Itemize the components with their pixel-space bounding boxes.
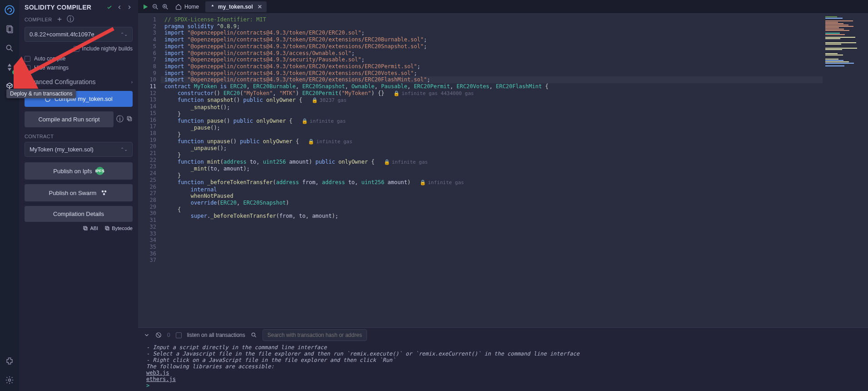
publish-swarm-label: Publish on Swarm bbox=[49, 190, 97, 196]
zoom-out-icon[interactable] bbox=[152, 3, 159, 10]
hide-warnings-label: Hide warnings bbox=[34, 65, 69, 71]
bytecode-label: Bytecode bbox=[112, 226, 133, 231]
nightly-label: Include nightly builds bbox=[82, 45, 133, 52]
auto-compile-checkbox[interactable] bbox=[25, 56, 30, 62]
code-editor[interactable]: 1234567891011121314151617181920212223242… bbox=[138, 14, 868, 327]
chevron-right-icon: › bbox=[131, 80, 133, 85]
svg-point-9 bbox=[104, 190, 107, 193]
compile-button[interactable]: Compile my_token.sol bbox=[25, 91, 133, 107]
chevron-updown-icon: ⌃⌄ bbox=[120, 147, 128, 152]
solidity-file-icon bbox=[210, 4, 215, 10]
contract-label: CONTRACT bbox=[25, 134, 54, 139]
abi-label: ABI bbox=[90, 226, 98, 231]
code-content[interactable]: // SPDX-License-Identifier: MITpragma so… bbox=[161, 14, 823, 327]
play-icon[interactable] bbox=[142, 3, 149, 10]
auto-compile-label: Auto compile bbox=[34, 55, 65, 62]
listen-label: listen on all transactions bbox=[187, 332, 245, 338]
chevron-left-icon[interactable] bbox=[116, 4, 123, 10]
terminal-output[interactable]: - Input a script directly in the command… bbox=[138, 342, 868, 391]
swarm-icon bbox=[100, 189, 108, 197]
settings-icon[interactable] bbox=[3, 374, 16, 386]
svg-rect-11 bbox=[84, 227, 87, 230]
main-area: Home my_token.sol ✕ 12345678910111213141… bbox=[138, 0, 868, 391]
svg-rect-12 bbox=[84, 226, 86, 229]
solidity-compiler-icon[interactable] bbox=[3, 61, 16, 74]
terminal: 0 listen on all transactions - Input a s… bbox=[138, 327, 868, 391]
compiler-sidebar: SOLIDITY COMPILER COMPILER ＋ ⓘ 0.8.22+co… bbox=[19, 0, 138, 391]
svg-rect-6 bbox=[129, 117, 132, 120]
copy-icon bbox=[83, 226, 88, 231]
svg-point-8 bbox=[102, 190, 104, 193]
compile-label: Compile my_token.sol bbox=[55, 95, 113, 102]
compiler-label: COMPILER bbox=[25, 17, 52, 22]
copy-bytecode-button[interactable]: Bytecode bbox=[104, 226, 133, 231]
file-tab-label: my_token.sol bbox=[218, 4, 253, 10]
terminal-toolbar: 0 listen on all transactions bbox=[138, 328, 868, 342]
svg-rect-14 bbox=[105, 226, 108, 229]
ipfs-badge-icon: IPFS bbox=[96, 167, 104, 175]
search-icon[interactable] bbox=[251, 332, 257, 338]
contract-value: MyToken (my_token.sol) bbox=[30, 146, 94, 153]
plugin-manager-icon[interactable] bbox=[3, 355, 16, 367]
hide-warnings-checkbox[interactable] bbox=[25, 65, 30, 71]
publish-ipfs-label: Publish on Ipfs bbox=[53, 168, 92, 175]
info-icon[interactable]: ⓘ bbox=[116, 115, 124, 124]
compile-run-button[interactable]: Compile and Run script bbox=[25, 111, 114, 127]
advanced-label: Advanced Configurations bbox=[25, 78, 95, 85]
compilation-details-label: Compilation Details bbox=[53, 211, 104, 217]
contract-select[interactable]: MyToken (my_token.sol) ⌃⌄ bbox=[25, 142, 133, 157]
deploy-run-icon[interactable] bbox=[3, 80, 16, 93]
check-icon bbox=[106, 4, 113, 10]
svg-rect-7 bbox=[127, 116, 130, 120]
advanced-config-toggle[interactable]: Advanced Configurations › bbox=[25, 78, 133, 85]
sidebar-title: SOLIDITY COMPILER bbox=[25, 4, 91, 11]
minimap[interactable] bbox=[823, 14, 868, 327]
copy-abi-button[interactable]: ABI bbox=[83, 226, 98, 231]
sidebar-icon-bar bbox=[0, 0, 19, 391]
chevron-down-icon[interactable] bbox=[144, 332, 150, 338]
zoom-in-icon[interactable] bbox=[162, 3, 169, 10]
compiler-version-value: 0.8.22+commit.4fc1097e bbox=[30, 31, 94, 38]
chevron-right-icon[interactable] bbox=[126, 4, 133, 10]
svg-rect-13 bbox=[106, 227, 109, 230]
svg-point-3 bbox=[6, 45, 11, 50]
publish-ipfs-button[interactable]: Publish on Ipfs IPFS bbox=[25, 162, 133, 180]
file-tab[interactable]: my_token.sol ✕ bbox=[205, 1, 267, 12]
svg-point-4 bbox=[9, 379, 11, 381]
remix-logo-icon[interactable] bbox=[3, 4, 16, 16]
home-icon bbox=[175, 4, 182, 10]
copy-icon[interactable] bbox=[126, 115, 133, 124]
compiler-version-select[interactable]: 0.8.22+commit.4fc1097e ⌃⌄ bbox=[25, 27, 133, 42]
svg-point-10 bbox=[103, 193, 105, 196]
svg-point-0 bbox=[5, 5, 14, 15]
svg-point-18 bbox=[252, 333, 255, 336]
line-gutter: 1234567891011121314151617181920212223242… bbox=[138, 14, 161, 327]
compile-success-badge bbox=[12, 70, 17, 75]
nightly-checkbox[interactable] bbox=[74, 46, 79, 52]
compilation-details-button[interactable]: Compilation Details bbox=[25, 206, 133, 222]
compiler-info-icon[interactable]: ⓘ bbox=[67, 15, 74, 24]
close-tab-icon[interactable]: ✕ bbox=[258, 4, 262, 10]
refresh-icon bbox=[45, 96, 51, 102]
terminal-search-input[interactable] bbox=[263, 329, 367, 341]
add-compiler-icon[interactable]: ＋ bbox=[56, 15, 63, 24]
clear-icon[interactable] bbox=[155, 332, 162, 338]
file-explorer-icon[interactable] bbox=[3, 23, 16, 35]
home-label: Home bbox=[184, 4, 199, 10]
compile-run-label: Compile and Run script bbox=[38, 116, 99, 123]
home-tab[interactable]: Home bbox=[172, 4, 203, 10]
publish-swarm-button[interactable]: Publish on Swarm bbox=[25, 184, 133, 201]
pending-count: 0 bbox=[167, 332, 170, 338]
search-icon[interactable] bbox=[3, 42, 16, 55]
chevron-updown-icon: ⌃⌄ bbox=[120, 32, 128, 37]
listen-checkbox[interactable] bbox=[176, 332, 182, 338]
copy-icon bbox=[104, 226, 110, 231]
editor-tabs: Home my_token.sol ✕ bbox=[138, 0, 868, 14]
